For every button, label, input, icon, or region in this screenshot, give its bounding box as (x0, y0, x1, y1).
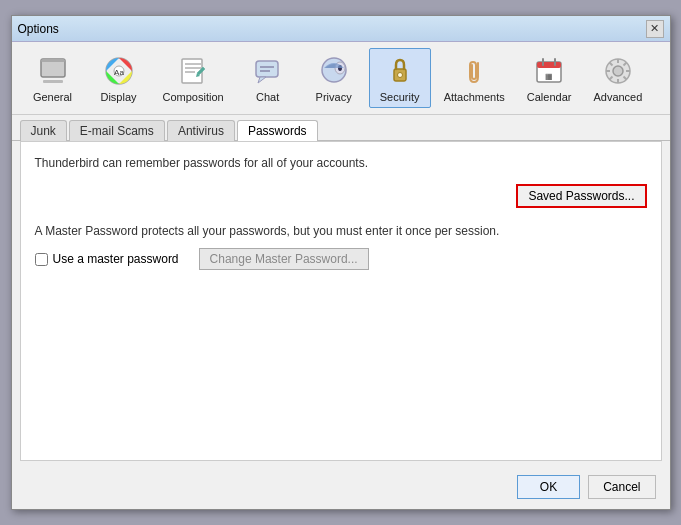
use-master-label[interactable]: Use a master password (35, 252, 179, 266)
content-area: Thunderbird can remember passwords for a… (20, 141, 662, 461)
toolbar-item-general[interactable]: General (22, 48, 84, 108)
advanced-icon (600, 53, 636, 89)
display-icon: Aa (101, 53, 137, 89)
svg-rect-2 (43, 80, 63, 83)
svg-rect-1 (41, 59, 65, 62)
general-icon (35, 53, 71, 89)
tabs-bar: Junk E-mail Scams Antivirus Passwords (12, 115, 670, 141)
general-label: General (33, 91, 72, 103)
toolbar-item-advanced[interactable]: Advanced (584, 48, 651, 108)
chat-label: Chat (256, 91, 279, 103)
svg-marker-11 (258, 77, 266, 83)
toolbar-item-security[interactable]: Security (369, 48, 431, 108)
attachments-label: Attachments (444, 91, 505, 103)
svg-text:▦: ▦ (545, 72, 553, 81)
tab-passwords[interactable]: Passwords (237, 120, 318, 141)
privacy-icon (316, 53, 352, 89)
footer: OK Cancel (12, 469, 670, 509)
toolbar-item-chat[interactable]: Chat (237, 48, 299, 108)
svg-rect-20 (537, 62, 561, 68)
tab-antivirus[interactable]: Antivirus (167, 120, 235, 141)
calendar-label: Calendar (527, 91, 572, 103)
svg-point-18 (397, 73, 402, 78)
privacy-label: Privacy (316, 91, 352, 103)
tab-email-scams[interactable]: E-mail Scams (69, 120, 165, 141)
toolbar-item-display[interactable]: Aa Display (88, 48, 150, 108)
tab-junk[interactable]: Junk (20, 120, 67, 141)
window-title: Options (18, 22, 59, 36)
master-password-row: Use a master password Change Master Pass… (35, 248, 647, 270)
cancel-button[interactable]: Cancel (588, 475, 655, 499)
svg-point-25 (613, 66, 623, 76)
toolbar-item-privacy[interactable]: Privacy (303, 48, 365, 108)
options-window: Options ✕ General Aa (11, 15, 671, 510)
remember-text: Thunderbird can remember passwords for a… (35, 156, 647, 170)
saved-passwords-row: Saved Passwords... (35, 184, 647, 208)
use-master-text: Use a master password (53, 252, 179, 266)
attachments-icon (456, 53, 492, 89)
toolbar-item-calendar[interactable]: ▦ Calendar (518, 48, 581, 108)
titlebar: Options ✕ (12, 16, 670, 42)
composition-label: Composition (163, 91, 224, 103)
composition-icon (175, 53, 211, 89)
change-master-button[interactable]: Change Master Password... (199, 248, 369, 270)
master-info-text: A Master Password protects all your pass… (35, 224, 647, 238)
ok-button[interactable]: OK (517, 475, 580, 499)
display-label: Display (100, 91, 136, 103)
toolbar-item-composition[interactable]: Composition (154, 48, 233, 108)
svg-rect-10 (256, 61, 278, 77)
use-master-checkbox[interactable] (35, 253, 48, 266)
advanced-label: Advanced (593, 91, 642, 103)
chat-icon (250, 53, 286, 89)
close-button[interactable]: ✕ (646, 20, 664, 38)
security-icon (382, 53, 418, 89)
svg-text:Aa: Aa (114, 68, 124, 77)
saved-passwords-button[interactable]: Saved Passwords... (516, 184, 646, 208)
calendar-icon: ▦ (531, 53, 567, 89)
toolbar-item-attachments[interactable]: Attachments (435, 48, 514, 108)
security-label: Security (380, 91, 420, 103)
toolbar: General Aa Display (12, 42, 670, 115)
